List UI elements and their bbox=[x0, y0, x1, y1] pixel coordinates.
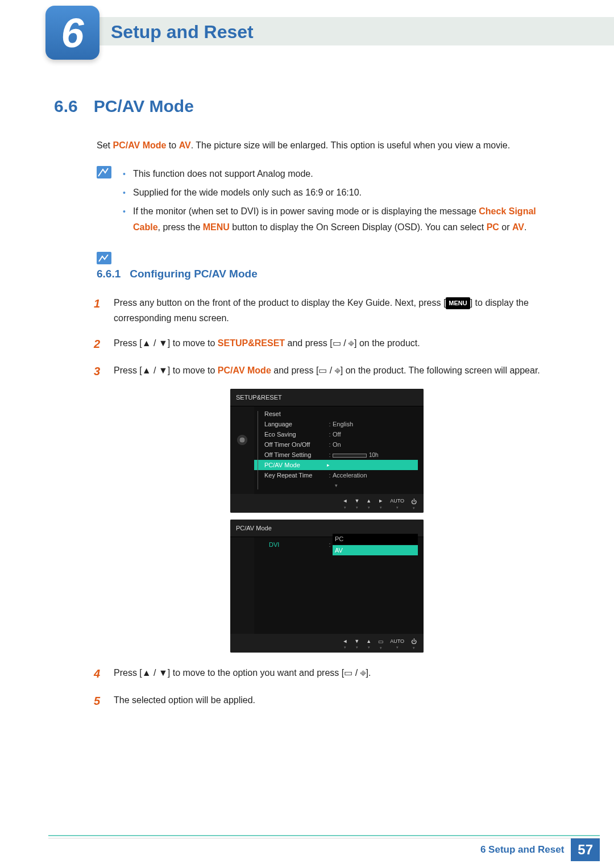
step-text: Press [▲ / ▼] to move to PC/AV Mode and … bbox=[114, 362, 560, 381]
nav-down-icon: ▼ bbox=[354, 497, 359, 509]
colon: : bbox=[327, 539, 333, 550]
text: ]. bbox=[366, 668, 371, 678]
text: ] on the product. The following screen w… bbox=[341, 366, 540, 375]
text: Press [ bbox=[114, 366, 142, 375]
section-heading: 6.6PC/AV Mode bbox=[54, 97, 560, 116]
footer-rule-cyan bbox=[48, 835, 600, 836]
step-text: Press any button on the front of the pro… bbox=[114, 294, 560, 326]
step-text: Press [▲ / ▼] to move to SETUP&RESET and… bbox=[114, 334, 560, 354]
osd-setup-reset: SETUP&RESET Reset Language:English Eco S… bbox=[230, 389, 424, 513]
osd-menu-rows: DVI : PC AV bbox=[254, 537, 424, 634]
power-icon: ⏻ bbox=[411, 637, 417, 650]
osd-label: Reset bbox=[264, 409, 327, 420]
step-number: 3 bbox=[94, 362, 105, 381]
enter-icon: ▭ / ⎆ bbox=[318, 366, 340, 375]
steps-list: 1 Press any button on the front of the p… bbox=[94, 294, 560, 711]
nav-up-icon: ▲ bbox=[366, 497, 371, 509]
option-pc: PC bbox=[333, 534, 418, 545]
osd-value: Acceleration bbox=[333, 470, 418, 481]
step-text: The selected option will be applied. bbox=[114, 691, 560, 711]
text: and press [ bbox=[271, 366, 319, 375]
step-text: Press [▲ / ▼] to move to the option you … bbox=[114, 664, 560, 683]
colon: : bbox=[327, 439, 333, 450]
osd-sidebar bbox=[230, 537, 254, 634]
up-down-icon: ▲ / ▼ bbox=[142, 338, 168, 348]
page-number: 57 bbox=[571, 838, 600, 861]
text: Set bbox=[97, 140, 113, 150]
page-header: 6 Setup and Reset bbox=[0, 0, 614, 63]
nav-right-icon: ► bbox=[378, 497, 383, 509]
text: If the monitor (when set to DVI) is in p… bbox=[133, 206, 479, 216]
note-list: This function does not support Analog mo… bbox=[123, 166, 560, 238]
osd-row-offtimer-setting: Off Timer Setting:10h bbox=[254, 450, 418, 460]
osd-value: Off bbox=[333, 429, 418, 440]
text: Press [ bbox=[114, 668, 142, 678]
text: and press [ bbox=[285, 338, 333, 348]
subsection-number: 6.6.1 bbox=[97, 268, 121, 280]
text: . The picture size will be enlarged. Thi… bbox=[191, 140, 510, 150]
keyword: SETUP&RESET bbox=[218, 338, 285, 348]
text: ] to move to bbox=[168, 338, 218, 348]
step-item: 1 Press any button on the front of the p… bbox=[94, 294, 560, 326]
osd-row-language: Language:English bbox=[254, 419, 418, 429]
osd-label: Key Repeat Time bbox=[264, 470, 327, 481]
enter-icon: ▭ / ⎆ bbox=[344, 668, 366, 678]
osd-pcav-mode: PC/AV Mode DVI : PC AV bbox=[230, 520, 424, 653]
note-block: This function does not support Analog mo… bbox=[97, 166, 560, 238]
chapter-title: Setup and Reset bbox=[111, 22, 254, 43]
text: ] to move to bbox=[168, 366, 218, 375]
text: or bbox=[499, 222, 512, 232]
text: . bbox=[524, 222, 526, 232]
osd-footer-icons: ◄ ▼ ▲ ► AUTO ⏻ bbox=[230, 494, 424, 513]
osd-value: On bbox=[333, 439, 418, 450]
subsection-heading: 6.6.1Configuring PC/AV Mode bbox=[97, 268, 560, 280]
osd-sidebar bbox=[230, 406, 254, 493]
text: ] on the product. bbox=[354, 338, 420, 348]
osd-value-group: PC AV bbox=[333, 534, 418, 555]
text: button to display the On Screen Display … bbox=[230, 222, 487, 232]
up-down-icon: ▲ / ▼ bbox=[142, 668, 168, 678]
section-number: 6.6 bbox=[54, 97, 78, 115]
osd-label: Off Timer Setting bbox=[264, 450, 327, 460]
step-item: 2 Press [▲ / ▼] to move to SETUP&RESET a… bbox=[94, 334, 560, 354]
nav-left-icon: ◄ bbox=[342, 637, 347, 649]
step-item: 5 The selected option will be applied. bbox=[94, 691, 560, 711]
page-content: 6.6PC/AV Mode Set PC/AV Mode to AV. The … bbox=[0, 63, 614, 711]
nav-left-icon: ◄ bbox=[342, 497, 347, 509]
nav-up-icon: ▲ bbox=[366, 637, 371, 649]
osd-row-offtimer: Off Timer On/Off:On bbox=[254, 439, 418, 450]
auto-label: AUTO bbox=[390, 497, 404, 509]
footer-chapter: 6 Setup and Reset bbox=[480, 844, 564, 855]
text: ] to move to the option you want and pre… bbox=[168, 668, 344, 678]
configure-icon bbox=[97, 252, 111, 264]
note-icon bbox=[97, 166, 111, 178]
text: , press the bbox=[158, 222, 203, 232]
subsection-title-text: Configuring PC/AV Mode bbox=[130, 268, 257, 280]
up-down-icon: ▲ / ▼ bbox=[142, 366, 168, 375]
osd-footer-icons: ◄ ▼ ▲ ▭ AUTO ⏻ bbox=[230, 634, 424, 653]
osd-label: PC/AV Mode bbox=[264, 460, 327, 471]
timer-value: 10h bbox=[369, 452, 379, 458]
osd-label: Language bbox=[264, 419, 327, 430]
osd-row-pcav-highlighted: PC/AV Mode▸ bbox=[254, 460, 418, 470]
osd-menu-rows: Reset Language:English Eco Saving:Off Of… bbox=[254, 406, 424, 493]
osd-row-eco: Eco Saving:Off bbox=[254, 429, 418, 439]
step-item: 4 Press [▲ / ▼] to move to the option yo… bbox=[94, 664, 560, 683]
power-icon: ⏻ bbox=[411, 497, 417, 510]
menu-button-icon: MENU bbox=[446, 297, 470, 309]
text: Press [ bbox=[114, 338, 142, 348]
osd-row-keyrepeat: Key Repeat Time:Acceleration bbox=[254, 470, 418, 480]
osd-value: 10h bbox=[333, 450, 418, 460]
screen-icon: ▭ bbox=[378, 637, 383, 650]
chapter-number-badge: 6 bbox=[45, 6, 99, 60]
enter-icon: ▭ / ⎆ bbox=[333, 338, 354, 348]
keyword: MENU bbox=[203, 222, 230, 232]
text: to bbox=[166, 140, 179, 150]
colon: : bbox=[327, 429, 333, 440]
keyword: PC/AV Mode bbox=[218, 366, 271, 375]
colon: : bbox=[327, 470, 333, 481]
section-intro: Set PC/AV Mode to AV. The picture size w… bbox=[97, 139, 560, 152]
auto-label: AUTO bbox=[390, 637, 404, 649]
osd-value: English bbox=[333, 419, 418, 430]
osd-label: Off Timer On/Off bbox=[264, 439, 327, 450]
